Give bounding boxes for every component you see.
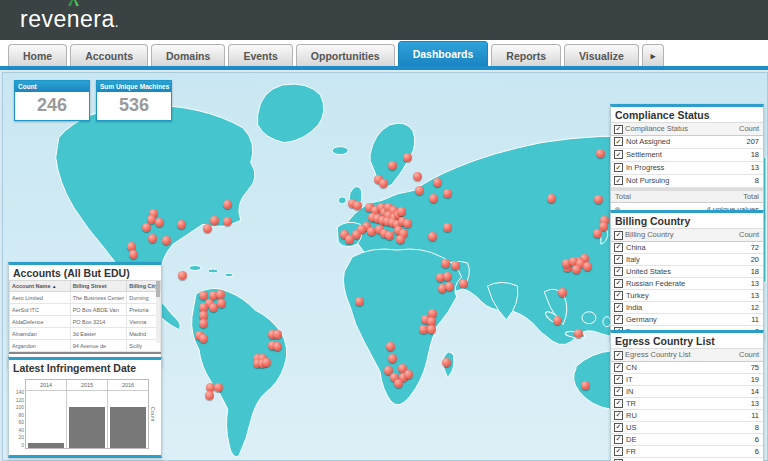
- map-pin[interactable]: [355, 297, 364, 306]
- map-pin[interactable]: [445, 282, 454, 291]
- map-pin[interactable]: [442, 358, 451, 367]
- account-row[interactable]: AerSid ITCPO Box ABDE VanPretoria: [10, 304, 161, 316]
- map-pin[interactable]: [459, 279, 468, 288]
- bar-2015[interactable]: [69, 407, 106, 448]
- accounts-scrollbar[interactable]: [156, 281, 160, 343]
- map-pin[interactable]: [558, 288, 567, 297]
- map-pin[interactable]: [162, 236, 171, 245]
- map-pin[interactable]: [596, 149, 605, 158]
- row-checkbox[interactable]: ✓: [614, 387, 623, 396]
- bar-2014[interactable]: [28, 443, 65, 448]
- row-checkbox[interactable]: ✓: [614, 447, 623, 456]
- map-pin[interactable]: [443, 189, 452, 198]
- map-pin[interactable]: [216, 290, 225, 299]
- account-row[interactable]: Alnamdan3d EasterMadrid: [10, 328, 161, 340]
- filter-row-china[interactable]: ✓China72: [611, 242, 763, 254]
- filter-row-ru[interactable]: ✓RU11: [611, 410, 763, 422]
- row-checkbox[interactable]: ✓: [614, 137, 623, 146]
- map-pin[interactable]: [433, 178, 442, 187]
- tab-events[interactable]: Events: [228, 44, 292, 66]
- map-pin[interactable]: [262, 358, 271, 367]
- map-pin[interactable]: [594, 195, 603, 204]
- map-pin[interactable]: [353, 201, 362, 210]
- map-pin[interactable]: [388, 354, 397, 363]
- select-all-checkbox[interactable]: ✓: [614, 351, 623, 360]
- map-pin[interactable]: [178, 271, 187, 280]
- scrollbar-thumb[interactable]: [156, 281, 160, 297]
- map-pin[interactable]: [129, 250, 138, 259]
- row-checkbox[interactable]: ✓: [614, 399, 623, 408]
- map-pin[interactable]: [210, 216, 219, 225]
- select-all-checkbox[interactable]: ✓: [614, 125, 623, 134]
- map-pin[interactable]: [345, 235, 354, 244]
- map-pin[interactable]: [223, 217, 232, 226]
- tab-domains[interactable]: Domains: [151, 44, 225, 66]
- map-pin[interactable]: [441, 259, 450, 268]
- map-pin[interactable]: [199, 334, 208, 343]
- row-checkbox[interactable]: ✓: [614, 363, 623, 372]
- tab-overflow-arrow-icon[interactable]: ▸: [642, 44, 665, 66]
- sum-unique-machines-widget[interactable]: Sum Unique Machines 536: [96, 80, 172, 121]
- map-pin[interactable]: [403, 219, 412, 228]
- tab-dashboards[interactable]: Dashboards: [398, 41, 489, 66]
- row-checkbox[interactable]: ✓: [614, 279, 623, 288]
- filter-row-united-states[interactable]: ✓United States18: [611, 266, 763, 278]
- map-pin[interactable]: [199, 319, 208, 328]
- map-pin[interactable]: [273, 330, 282, 339]
- account-row[interactable]: Argandon94 Avenue deScilly: [10, 340, 161, 352]
- map-pin[interactable]: [217, 299, 226, 308]
- filter-row-in-progress[interactable]: ✓In Progress13: [611, 162, 763, 175]
- map-pin[interactable]: [273, 342, 282, 351]
- map-pin[interactable]: [396, 235, 405, 244]
- account-row[interactable]: AldaDefencePO Box 3214Vienna: [10, 316, 161, 328]
- filter-row-russian-federate[interactable]: ✓Russian Federate13: [611, 278, 763, 290]
- count-stat-widget[interactable]: Count 246: [14, 80, 90, 121]
- bar-2016[interactable]: [110, 407, 147, 448]
- map-pin[interactable]: [429, 194, 438, 203]
- filter-row-in[interactable]: ✓IN14: [611, 386, 763, 398]
- map-pin[interactable]: [581, 381, 590, 390]
- tab-opportunities[interactable]: Opportunities: [296, 44, 395, 66]
- filter-row-de[interactable]: ✓DE6: [611, 434, 763, 446]
- map-pin[interactable]: [572, 265, 581, 274]
- select-all-checkbox[interactable]: ✓: [614, 231, 623, 240]
- tab-reports[interactable]: Reports: [491, 44, 561, 66]
- row-checkbox[interactable]: ✓: [614, 176, 623, 185]
- row-checkbox[interactable]: ✓: [614, 375, 623, 384]
- row-checkbox[interactable]: ✓: [614, 267, 623, 276]
- map-pin[interactable]: [583, 262, 592, 271]
- row-checkbox[interactable]: ✓: [614, 255, 623, 264]
- map-pin[interactable]: [404, 370, 413, 379]
- map-pin[interactable]: [413, 172, 422, 181]
- filter-row-germany[interactable]: ✓Germany11: [611, 314, 763, 326]
- map-pin[interactable]: [177, 220, 186, 229]
- map-pin[interactable]: [394, 379, 403, 388]
- filter-row-not-assigned[interactable]: ✓Not Assigned207: [611, 136, 763, 149]
- tab-accounts[interactable]: Accounts: [70, 44, 148, 66]
- filter-row-not-pursuing[interactable]: ✓Not Pursuing8: [611, 175, 763, 188]
- map-pin[interactable]: [203, 224, 212, 233]
- map-pin[interactable]: [443, 223, 452, 232]
- map-pin[interactable]: [574, 329, 583, 338]
- map-pin[interactable]: [553, 316, 562, 325]
- filter-row-us[interactable]: ✓US8: [611, 422, 763, 434]
- map-pin[interactable]: [148, 234, 157, 243]
- row-checkbox[interactable]: ✓: [614, 435, 623, 444]
- col-header-billing-street[interactable]: Billing Street: [70, 281, 127, 292]
- map-pin[interactable]: [205, 391, 214, 400]
- filter-row-settlement[interactable]: ✓Settlement18: [611, 149, 763, 162]
- row-checkbox[interactable]: ✓: [614, 291, 623, 300]
- map-pin[interactable]: [385, 231, 394, 240]
- row-checkbox[interactable]: ✓: [614, 411, 623, 420]
- filter-row-tr[interactable]: ✓TR13: [611, 398, 763, 410]
- map-pin[interactable]: [142, 223, 151, 232]
- filter-row-fr[interactable]: ✓FR6: [611, 446, 763, 458]
- row-checkbox[interactable]: ✓: [614, 243, 623, 252]
- map-pin[interactable]: [427, 325, 436, 334]
- row-checkbox[interactable]: ✓: [614, 315, 623, 324]
- filter-row-tw[interactable]: ✓TW56: [611, 458, 763, 461]
- map-pin[interactable]: [403, 153, 412, 162]
- tab-visualize[interactable]: Visualize: [564, 44, 639, 66]
- filter-row-cn[interactable]: ✓CN75: [611, 362, 763, 374]
- filter-row-turkey[interactable]: ✓Turkey13: [611, 290, 763, 302]
